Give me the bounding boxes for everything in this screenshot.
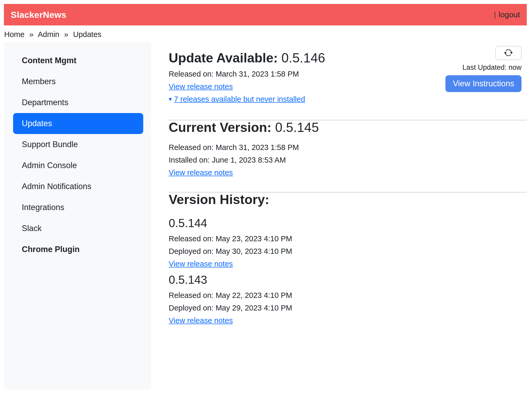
breadcrumb-home[interactable]: Home xyxy=(4,30,24,39)
admin-sidebar: Content Mgmt Members Departments Updates… xyxy=(4,42,151,389)
current-release-notes-link[interactable]: View release notes xyxy=(169,166,233,179)
breadcrumb-separator: » xyxy=(29,30,33,39)
breadcrumb: Home » Admin » Updates xyxy=(4,30,532,39)
version-history-heading: Version History: xyxy=(169,192,527,207)
history-released-on: Released on: May 22, 2023 4:10 PM xyxy=(169,289,527,302)
sidebar-item-admin-notifications[interactable]: Admin Notifications xyxy=(13,176,143,197)
version-history-section: Version History: 0.5.144 Released on: Ma… xyxy=(169,192,527,327)
history-deployed-on: Deployed on: May 29, 2023 4:10 PM xyxy=(169,302,527,314)
history-deployed-on: Deployed on: May 30, 2023 4:10 PM xyxy=(169,245,527,258)
sidebar-item-admin-console[interactable]: Admin Console xyxy=(13,155,143,176)
logout-separator: | xyxy=(494,10,496,19)
history-release-notes-link[interactable]: View release notes xyxy=(169,258,233,270)
update-release-notes-link[interactable]: View release notes xyxy=(169,80,233,93)
sidebar-item-chrome-plugin[interactable]: Chrome Plugin xyxy=(13,239,143,260)
app-header: SlackerNews | logout xyxy=(4,4,527,25)
history-version-number: 0.5.144 xyxy=(169,216,527,230)
content-row: Content Mgmt Members Departments Updates… xyxy=(0,42,532,389)
sidebar-item-content-mgmt[interactable]: Content Mgmt xyxy=(13,50,143,71)
releases-collapse-link[interactable]: ▾7 releases available but never installe… xyxy=(169,95,305,103)
breadcrumb-separator: » xyxy=(64,30,68,39)
app-title: SlackerNews xyxy=(11,10,66,20)
current-installed-on: Installed on: June 1, 2023 8:53 AM xyxy=(169,154,527,166)
sidebar-item-members[interactable]: Members xyxy=(13,71,143,92)
update-available-label: Update Available: xyxy=(169,51,278,65)
history-release-notes-link[interactable]: View release notes xyxy=(169,314,233,327)
view-instructions-button[interactable]: View Instructions xyxy=(445,75,522,92)
current-released-on: Released on: March 31, 2023 1:58 PM xyxy=(169,141,527,154)
page: SlackerNews | logout Home » Admin » Upda… xyxy=(0,0,532,396)
history-released-on: Released on: May 23, 2023 4:10 PM xyxy=(169,232,527,245)
triangle-down-icon: ▾ xyxy=(169,93,172,105)
refresh-panel: Last Updated: now View Instructions xyxy=(445,46,522,92)
update-available-version: 0.5.146 xyxy=(281,51,325,65)
refresh-icon xyxy=(504,48,513,58)
sidebar-item-departments[interactable]: Departments xyxy=(13,92,143,113)
current-version-heading: Current Version: 0.5.145 xyxy=(169,120,527,135)
logout-link[interactable]: logout xyxy=(498,10,520,19)
breadcrumb-updates: Updates xyxy=(73,30,102,39)
sidebar-item-slack[interactable]: Slack xyxy=(13,218,143,239)
current-version-section: Current Version: 0.5.145 Released on: Ma… xyxy=(169,120,527,179)
history-version-number: 0.5.143 xyxy=(169,273,527,287)
sidebar-item-support-bundle[interactable]: Support Bundle xyxy=(13,134,143,155)
refresh-button[interactable] xyxy=(495,46,522,60)
sidebar-item-integrations[interactable]: Integrations xyxy=(13,197,143,218)
releases-collapse-label: 7 releases available but never installed xyxy=(174,95,305,103)
sidebar-list: Content Mgmt Members Departments Updates… xyxy=(13,50,143,260)
version-history-entry: 0.5.144 Released on: May 23, 2023 4:10 P… xyxy=(169,216,527,270)
current-version-number: 0.5.145 xyxy=(275,120,319,135)
sidebar-item-updates[interactable]: Updates xyxy=(13,113,143,134)
version-history-entry: 0.5.143 Released on: May 22, 2023 4:10 P… xyxy=(169,273,527,327)
current-version-label: Current Version: xyxy=(169,120,272,135)
last-updated-text: Last Updated: now xyxy=(462,63,522,72)
updates-main: Last Updated: now View Instructions Upda… xyxy=(169,42,527,327)
logout-area: | logout xyxy=(494,10,520,19)
breadcrumb-admin[interactable]: Admin xyxy=(38,30,59,39)
